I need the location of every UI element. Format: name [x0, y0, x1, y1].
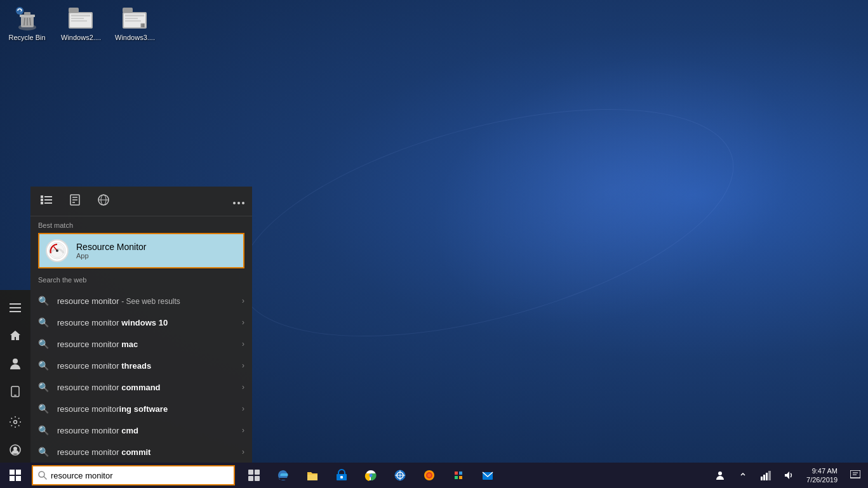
- search-icon-8: 🔍: [38, 447, 51, 457]
- store-icon[interactable]: [328, 463, 356, 488]
- ie-icon[interactable]: [386, 463, 414, 488]
- result-arrow-8: ›: [242, 447, 244, 456]
- hamburger-menu-icon[interactable]: [3, 295, 28, 320]
- system-tray: 9:47 AM 7/26/2019: [710, 463, 868, 488]
- result-item-2[interactable]: 🔍 resource monitor windows 10 ›: [30, 312, 252, 333]
- svg-rect-23: [10, 311, 21, 312]
- result-text-8: resource monitor commit: [57, 447, 236, 457]
- task-view-icon[interactable]: [240, 463, 268, 488]
- result-item-1[interactable]: 🔍 resource monitor - See web results ›: [30, 290, 252, 312]
- network-icon[interactable]: [756, 463, 776, 488]
- svg-rect-57: [340, 476, 343, 478]
- clock[interactable]: 9:47 AM 7/26/2019: [801, 463, 843, 488]
- windows2-icon[interactable]: Windows2....: [57, 3, 105, 44]
- svg-line-4: [24, 18, 25, 25]
- mail-icon[interactable]: [474, 463, 502, 488]
- svg-rect-34: [41, 202, 43, 204]
- result-arrow-3: ›: [242, 340, 244, 348]
- svg-rect-73: [768, 471, 771, 480]
- search-web-label: Search the web: [38, 276, 244, 284]
- windows2-label: Windows2....: [61, 34, 101, 42]
- svg-line-6: [30, 18, 30, 25]
- result-arrow-2: ›: [242, 318, 244, 327]
- result-text-3: resource monitor mac: [57, 340, 236, 349]
- svg-text:▦: ▦: [140, 22, 145, 28]
- windows3-label: Windows3....: [115, 34, 155, 42]
- svg-rect-18: [125, 18, 138, 19]
- person-icon[interactable]: [3, 351, 28, 376]
- file-explorer-icon[interactable]: [298, 463, 326, 488]
- best-match-info: Resource Monitor App: [76, 242, 147, 260]
- edge-icon[interactable]: [269, 463, 297, 488]
- result-item-3[interactable]: 🔍 resource monitor mac ›: [30, 333, 252, 355]
- svg-point-44: [237, 202, 240, 204]
- firefox-icon[interactable]: [415, 463, 443, 488]
- svg-rect-3: [24, 12, 30, 15]
- settings-icon[interactable]: [3, 409, 28, 435]
- list-view-icon[interactable]: [38, 193, 55, 209]
- fluent-icon[interactable]: [444, 463, 472, 488]
- taskbar-pinned-icons: [240, 463, 502, 488]
- windows3-icon[interactable]: ▦ Windows3....: [111, 3, 159, 44]
- result-arrow-4: ›: [242, 361, 244, 370]
- clock-date: 7/26/2019: [806, 475, 838, 484]
- svg-rect-13: [71, 20, 87, 22]
- svg-rect-17: [125, 15, 144, 16]
- result-text-2: resource monitor windows 10: [57, 318, 236, 327]
- search-web-section: Search the web: [30, 271, 252, 290]
- result-arrow-7: ›: [242, 426, 244, 435]
- svg-rect-35: [44, 202, 52, 204]
- globe-icon[interactable]: [95, 192, 112, 211]
- svg-rect-32: [41, 199, 43, 201]
- taskbar-search-input[interactable]: [51, 471, 229, 480]
- result-text-1: resource monitor - See web results: [57, 296, 236, 306]
- result-item-5[interactable]: 🔍 resource monitor command ›: [30, 376, 252, 398]
- search-icon-5: 🔍: [38, 382, 51, 392]
- phone-icon[interactable]: [3, 379, 28, 404]
- svg-rect-15: [123, 8, 133, 13]
- start-button[interactable]: [0, 463, 30, 488]
- show-hidden-icon[interactable]: [733, 463, 753, 488]
- result-text-7: resource monitor cmd: [57, 426, 236, 435]
- desktop-icons: Recycle Bin Windows2.... ▦: [3, 3, 159, 44]
- result-text-6: resource monitoring software: [57, 404, 236, 414]
- svg-rect-74: [850, 470, 860, 478]
- result-text-4: resource monitor threads: [57, 361, 236, 371]
- svg-rect-55: [255, 476, 260, 481]
- people-icon[interactable]: [710, 463, 730, 488]
- search-results-list: 🔍 resource monitor - See web results › 🔍…: [30, 290, 252, 463]
- result-item-7[interactable]: 🔍 resource monitor cmd ›: [30, 419, 252, 441]
- svg-point-45: [242, 202, 244, 204]
- recycle-bin-icon[interactable]: Recycle Bin: [3, 3, 51, 44]
- home-icon[interactable]: [3, 323, 28, 348]
- taskbar-search-box[interactable]: [32, 465, 235, 485]
- svg-rect-54: [248, 476, 253, 481]
- result-item-6[interactable]: 🔍 resource monitoring software ›: [30, 398, 252, 419]
- windows-logo: [10, 470, 21, 481]
- panel-header: [30, 187, 252, 216]
- best-match-item[interactable]: Resource Monitor App: [38, 233, 244, 268]
- svg-rect-22: [10, 307, 21, 308]
- app-icon: [46, 239, 69, 262]
- recycle-bin-label: Recycle Bin: [8, 34, 45, 42]
- speaker-icon[interactable]: [778, 463, 799, 488]
- result-item-4[interactable]: 🔍 resource monitor threads ›: [30, 355, 252, 376]
- search-panel: Best match Resource Monitor: [30, 187, 252, 463]
- best-match-title: Resource Monitor: [76, 242, 147, 252]
- svg-point-24: [13, 359, 18, 364]
- svg-rect-30: [41, 195, 43, 198]
- result-arrow-5: ›: [242, 383, 244, 392]
- chrome-icon[interactable]: [357, 463, 385, 488]
- clock-time: 9:47 AM: [812, 466, 838, 475]
- svg-rect-72: [766, 473, 768, 480]
- notification-center-icon[interactable]: [845, 463, 865, 488]
- search-icon-4: 🔍: [38, 360, 51, 371]
- result-item-8[interactable]: 🔍 resource monitor commit ›: [30, 441, 252, 463]
- search-icon-7: 🔍: [38, 425, 51, 435]
- more-options-icon[interactable]: [233, 195, 244, 207]
- svg-point-60: [370, 474, 373, 477]
- svg-point-7: [16, 7, 23, 15]
- document-view-icon[interactable]: [67, 192, 83, 211]
- user-circle-icon[interactable]: [3, 437, 28, 463]
- result-text-5: resource monitor command: [57, 383, 236, 392]
